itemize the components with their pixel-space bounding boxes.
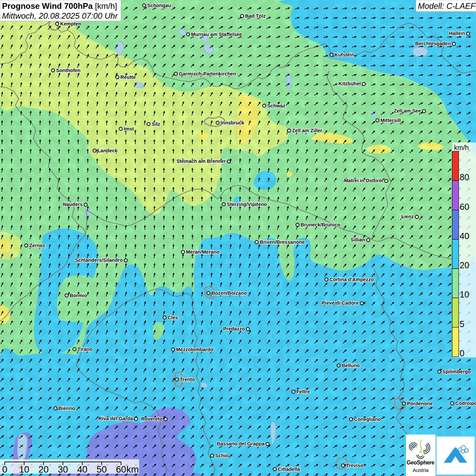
- svg-text:Bad Tölz: Bad Tölz: [245, 13, 266, 19]
- svg-text:Bienno: Bienno: [58, 406, 75, 411]
- svg-text:50: 50: [97, 464, 107, 475]
- svg-text:40: 40: [460, 231, 469, 241]
- svg-text:Schlanders/Silandro: Schlanders/Silandro: [75, 257, 123, 263]
- svg-text:Matrei in Osttirol: Matrei in Osttirol: [344, 178, 383, 183]
- svg-text:Cittadella: Cittadella: [278, 466, 300, 472]
- svg-text:km: km: [126, 464, 139, 475]
- svg-text:Treviso: Treviso: [346, 463, 363, 468]
- svg-text:Schongau: Schongau: [147, 3, 171, 8]
- svg-text:Kufstein: Kufstein: [335, 52, 354, 57]
- svg-text:Codroipo: Codroipo: [455, 401, 476, 406]
- svg-text:Tirano: Tirano: [78, 346, 92, 352]
- svg-text:Steinach am Brenner: Steinach am Brenner: [176, 158, 226, 164]
- svg-text:Schio: Schio: [215, 453, 229, 458]
- svg-text:Conegliano: Conegliano: [354, 417, 381, 422]
- svg-text:Cles: Cles: [168, 315, 178, 320]
- svg-text:Lienz: Lienz: [401, 214, 414, 219]
- svg-text:Bruneck/Brunico: Bruneck/Brunico: [301, 222, 340, 227]
- svg-text:Kitzbühel: Kitzbühel: [339, 81, 361, 86]
- svg-text:Kempten: Kempten: [60, 21, 81, 27]
- svg-text:Imst: Imst: [124, 126, 134, 132]
- svg-text:km/h: km/h: [454, 144, 469, 151]
- svg-text:Pordenone: Pordenone: [407, 401, 433, 406]
- svg-text:5: 5: [460, 319, 464, 329]
- svg-text:Berchtesgaden: Berchtesgaden: [415, 41, 451, 46]
- svg-text:Sillian: Sillian: [351, 237, 365, 242]
- svg-text:Bozen/Bolzano: Bozen/Bolzano: [211, 290, 247, 296]
- svg-text:Bassano del Grappa: Bassano del Grappa: [217, 441, 265, 446]
- svg-text:60: 60: [116, 464, 126, 475]
- svg-text:Sterzing/Vipiteno: Sterzing/Vipiteno: [227, 202, 267, 207]
- svg-text:10: 10: [460, 290, 469, 299]
- svg-text:Austria: Austria: [413, 467, 429, 473]
- svg-text:Predazzo: Predazzo: [223, 326, 245, 332]
- svg-text:Mittersill: Mittersill: [380, 118, 401, 123]
- svg-text:Garmisch-Partenkirchen: Garmisch-Partenkirchen: [179, 71, 236, 76]
- svg-text:Nauders: Nauders: [63, 202, 83, 207]
- svg-text:Mezzolombardo: Mezzolombardo: [176, 347, 214, 352]
- svg-text:Trento: Trento: [180, 377, 195, 382]
- svg-text:Mittwoch, 20.08.2025 07:00 Uhr: Mittwoch, 20.08.2025 07:00 Uhr: [2, 11, 118, 20]
- svg-text:60: 60: [460, 202, 469, 211]
- svg-text:Bormio: Bormio: [70, 293, 87, 298]
- svg-text:80: 80: [460, 172, 469, 182]
- svg-text:40: 40: [77, 464, 87, 475]
- svg-text:Prognose Wind 700hPa [km/h]: Prognose Wind 700hPa [km/h]: [2, 1, 117, 11]
- svg-text:GeoSphere: GeoSphere: [407, 460, 435, 465]
- svg-text:10: 10: [19, 464, 29, 475]
- svg-text:Brixen/Bressanone: Brixen/Bressanone: [260, 239, 305, 245]
- svg-text:Hallein: Hallein: [449, 31, 465, 36]
- svg-text:20: 20: [460, 260, 469, 270]
- svg-text:Zell am See: Zell am See: [394, 108, 421, 114]
- svg-text:Reutte: Reutte: [120, 74, 136, 80]
- svg-text:30: 30: [58, 464, 68, 475]
- svg-text:Pieve di Cadore: Pieve di Cadore: [322, 300, 359, 306]
- svg-text:Sonthofen: Sonthofen: [56, 68, 81, 73]
- svg-text:Cortina d'Ampezzo: Cortina d'Ampezzo: [329, 277, 374, 282]
- svg-text:Modell: C-LAEF: Modell: C-LAEF: [418, 1, 476, 11]
- svg-text:Landeck: Landeck: [98, 148, 118, 153]
- svg-text:Meran/Merano: Meran/Merano: [186, 249, 219, 255]
- svg-text:Riva del Garda: Riva del Garda: [98, 416, 133, 421]
- svg-text:Murnau am Staffelsee: Murnau am Staffelsee: [191, 32, 242, 37]
- svg-text:Belluno: Belluno: [342, 363, 360, 368]
- svg-text:Spilimbergo: Spilimbergo: [442, 369, 471, 374]
- svg-text:Zell am Ziller: Zell am Ziller: [292, 128, 322, 133]
- svg-text:0: 0: [2, 464, 7, 475]
- svg-text:20: 20: [38, 464, 49, 475]
- svg-text:0: 0: [460, 348, 464, 358]
- svg-text:Schwaz: Schwaz: [267, 103, 285, 108]
- svg-text:Innsbruck: Innsbruck: [221, 120, 244, 125]
- svg-text:Silz: Silz: [152, 121, 160, 127]
- svg-text:Zernez: Zernez: [29, 243, 45, 248]
- svg-text:Rovereto: Rovereto: [141, 416, 163, 422]
- svg-text:Feltre: Feltre: [296, 389, 310, 394]
